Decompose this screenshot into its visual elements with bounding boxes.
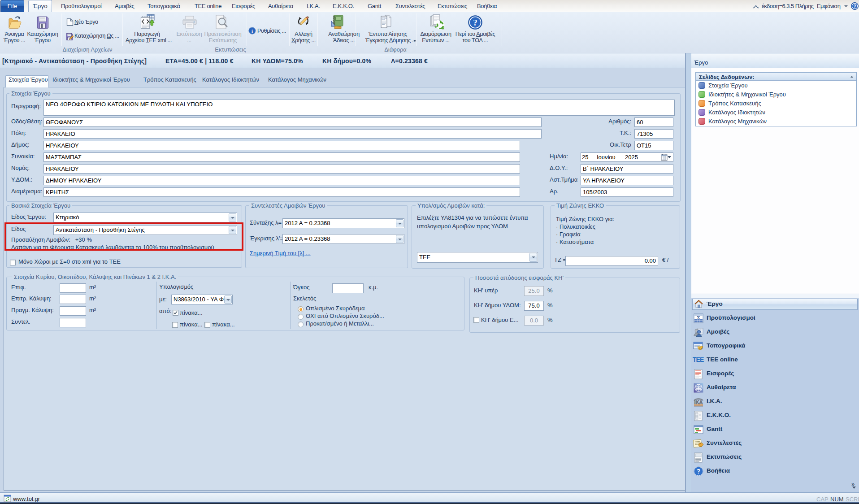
svg-text:TEE: TEE xyxy=(693,356,704,363)
svg-text:Σ: Σ xyxy=(697,315,700,320)
svg-text:IKA: IKA xyxy=(694,400,703,405)
svg-text:?: ? xyxy=(473,18,477,27)
svg-text:?: ? xyxy=(853,4,856,9)
svg-text:i: i xyxy=(252,28,253,34)
svg-text:?: ? xyxy=(697,468,701,475)
